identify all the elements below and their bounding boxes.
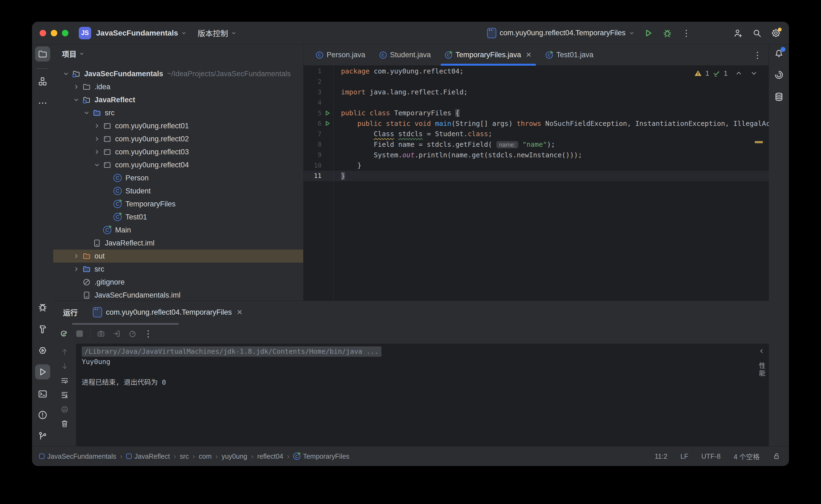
tree-item--gitignore[interactable]: .gitignore bbox=[53, 276, 303, 289]
tree-item-temporaryfiles[interactable]: CTemporaryFiles bbox=[53, 197, 303, 210]
scroll-to-end-button[interactable] bbox=[59, 390, 70, 400]
tool-terminal-button[interactable] bbox=[35, 386, 50, 401]
tree-toggle-icon[interactable] bbox=[92, 160, 102, 170]
close-tab-icon[interactable]: ✕ bbox=[526, 51, 531, 59]
code-line-4[interactable]: 4 bbox=[304, 97, 769, 108]
tree-item-javareflect[interactable]: JavaReflect bbox=[53, 93, 303, 106]
code-line-8[interactable]: 8 Field name = stdcls.getField( name: "n… bbox=[304, 139, 769, 150]
vcs-selector[interactable]: 版本控制 bbox=[197, 28, 237, 39]
next-problem-icon[interactable] bbox=[750, 69, 758, 77]
editor-tab-temporaryfiles-java[interactable]: CTemporaryFiles.java✕ bbox=[438, 44, 539, 65]
run-configuration-selector[interactable]: com.yuy0ung.reflect04.TemporaryFiles bbox=[487, 28, 635, 38]
code-line-3[interactable]: 3import java.lang.reflect.Field; bbox=[304, 87, 769, 97]
tree-item-test01[interactable]: CTest01 bbox=[53, 210, 303, 224]
tool-services-button[interactable] bbox=[35, 343, 50, 358]
more-vertical-button[interactable]: ⋮ bbox=[143, 328, 153, 339]
clear-all-button[interactable] bbox=[59, 418, 70, 429]
debug-button[interactable] bbox=[662, 28, 673, 39]
tool-run-play-button[interactable] bbox=[35, 364, 50, 379]
close-window-button[interactable] bbox=[40, 30, 46, 36]
run-line-gutter-icon[interactable] bbox=[322, 110, 333, 117]
tree-item-javasecfundamentals[interactable]: JavaSecFundamentals~/IdeaProjects/JavaSe… bbox=[53, 67, 303, 80]
tool-project-folder-button[interactable] bbox=[35, 46, 50, 62]
code-line-5[interactable]: 5public class TemporaryFiles { bbox=[304, 108, 769, 118]
code-editor[interactable]: 1 1 1package com.yuy0ung.reflect04;23imp… bbox=[304, 66, 769, 301]
more-actions-button[interactable]: ⋮ bbox=[681, 28, 692, 39]
breadcrumb-yuy0ung[interactable]: yuy0ung bbox=[222, 452, 247, 460]
tool-structure-button[interactable] bbox=[35, 74, 50, 89]
editor-tab-person-java[interactable]: CPerson.java bbox=[309, 44, 373, 65]
caret-position[interactable]: 11:2 bbox=[655, 452, 667, 460]
inspections-widget[interactable]: 1 1 bbox=[694, 69, 758, 77]
tool-database-button[interactable] bbox=[774, 91, 784, 102]
console-command-text[interactable]: /Library/Java/JavaVirtualMachines/jdk-1.… bbox=[82, 346, 381, 357]
tree-item-com-yuy0ung-reflect01[interactable]: com.yuy0ung.reflect01 bbox=[53, 119, 303, 132]
tree-item-com-yuy0ung-reflect04[interactable]: com.yuy0ung.reflect04 bbox=[53, 158, 303, 171]
breadcrumb-reflect04[interactable]: reflect04 bbox=[257, 452, 283, 460]
file-encoding[interactable]: UTF-8 bbox=[701, 452, 721, 460]
settings-button[interactable] bbox=[771, 28, 781, 39]
run-line-gutter-icon[interactable] bbox=[322, 120, 333, 127]
indent-setting[interactable]: 4 个空格 bbox=[734, 451, 760, 461]
run-button[interactable] bbox=[643, 28, 654, 39]
print-button[interactable] bbox=[59, 404, 70, 415]
tree-item-student[interactable]: CStudent bbox=[53, 184, 303, 197]
editor-tab-student-java[interactable]: CStudent.java bbox=[373, 44, 438, 65]
previous-problem-icon[interactable] bbox=[735, 69, 743, 77]
close-icon[interactable]: ✕ bbox=[237, 308, 243, 317]
tool-build-hammer-button[interactable] bbox=[35, 321, 50, 337]
code-line-2[interactable]: 2 bbox=[304, 76, 769, 87]
breadcrumb-javareflect[interactable]: JavaReflect bbox=[126, 452, 170, 460]
search-everywhere-button[interactable] bbox=[752, 28, 762, 39]
fullscreen-window-button[interactable] bbox=[62, 30, 68, 36]
code-line-11[interactable]: 11} bbox=[304, 171, 769, 181]
unlocked-icon[interactable] bbox=[773, 452, 781, 460]
tree-item--idea[interactable]: .idea bbox=[53, 80, 303, 93]
export-thread-dump-button[interactable] bbox=[111, 328, 122, 339]
tree-toggle-icon[interactable] bbox=[71, 251, 81, 261]
code-line-10[interactable]: 10 } bbox=[304, 160, 769, 171]
tool-notifications-bell-button[interactable] bbox=[774, 48, 784, 59]
profiler-side-tab[interactable]: 性能 bbox=[756, 347, 767, 377]
breadcrumb-temporaryfiles[interactable]: CTemporaryFiles bbox=[293, 452, 349, 460]
down-stack-button[interactable] bbox=[59, 361, 70, 372]
tool-debug-bug-button[interactable] bbox=[35, 299, 50, 315]
scrollbar-warning-stripe[interactable] bbox=[755, 141, 763, 143]
tree-toggle-icon[interactable] bbox=[81, 108, 92, 118]
tree-toggle-icon[interactable] bbox=[92, 134, 102, 144]
screenshot-button[interactable] bbox=[96, 328, 106, 339]
breadcrumb-javasecfundamentals[interactable]: JavaSecFundamentals bbox=[39, 452, 116, 460]
tool-problems-button[interactable] bbox=[35, 407, 50, 423]
tool-version-control-branch-button[interactable] bbox=[35, 428, 50, 444]
breadcrumb-src[interactable]: src bbox=[180, 452, 189, 460]
tree-item-main[interactable]: CMain bbox=[53, 224, 303, 237]
tree-item-com-yuy0ung-reflect02[interactable]: com.yuy0ung.reflect02 bbox=[53, 132, 303, 145]
tree-item-person[interactable]: CPerson bbox=[53, 171, 303, 184]
tree-item-out[interactable]: out bbox=[53, 250, 303, 263]
tree-toggle-icon[interactable] bbox=[71, 264, 81, 274]
up-stack-button[interactable] bbox=[59, 346, 70, 357]
editor-tab-test01-java[interactable]: CTest01.java bbox=[539, 44, 600, 65]
tool-more-horizontal-button[interactable] bbox=[35, 95, 50, 111]
tree-item-src[interactable]: src bbox=[53, 106, 303, 119]
tool-ai-assistant-button[interactable] bbox=[774, 69, 784, 80]
project-panel-header[interactable]: 项目 bbox=[53, 44, 303, 63]
run-tab[interactable]: com.yuy0ung.reflect04.TemporaryFiles ✕ bbox=[93, 307, 243, 317]
line-separator[interactable]: LF bbox=[680, 452, 688, 460]
soft-wrap-button[interactable] bbox=[59, 375, 70, 386]
tree-toggle-icon[interactable] bbox=[92, 147, 102, 157]
code-line-9[interactable]: 9 System.out.println(name.get(stdcls.new… bbox=[304, 150, 769, 160]
code-line-7[interactable]: 7 Class stdcls = Student.class; bbox=[304, 129, 769, 139]
tree-toggle-icon[interactable] bbox=[92, 121, 102, 131]
breadcrumb-com[interactable]: com bbox=[199, 452, 212, 460]
tree-item-javareflect-iml[interactable]: JavaReflect.iml bbox=[53, 237, 303, 250]
project-selector[interactable]: JavaSecFundamentals bbox=[96, 29, 187, 37]
rerun-button[interactable] bbox=[59, 328, 69, 339]
tab-options-button[interactable]: ⋮ bbox=[752, 50, 763, 60]
run-tab-scrollbar[interactable] bbox=[72, 323, 178, 325]
tree-item-src[interactable]: src bbox=[53, 263, 303, 276]
tree-item-javasecfundamentals-iml[interactable]: JavaSecFundamentals.iml bbox=[53, 289, 303, 301]
tree-toggle-icon[interactable] bbox=[71, 82, 81, 92]
tree-toggle-icon[interactable] bbox=[61, 69, 71, 79]
code-line-6[interactable]: 6 public static void main(String[] args)… bbox=[304, 118, 769, 129]
